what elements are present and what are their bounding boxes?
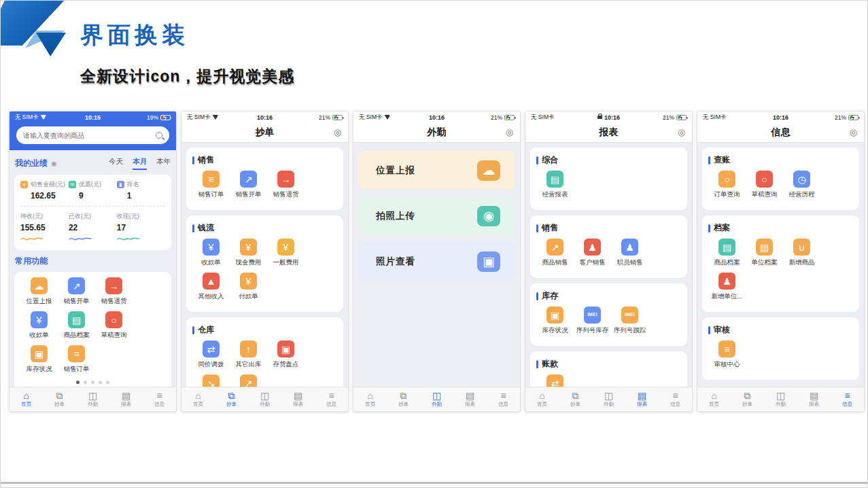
tab-item[interactable]: ◫ 外勤 bbox=[420, 387, 453, 411]
app-function-item[interactable]: ▤经营报表 bbox=[536, 171, 574, 199]
business-history-icon: ◷ bbox=[793, 171, 810, 188]
eye-icon[interactable]: ◉ bbox=[51, 160, 57, 167]
tab-item[interactable]: ≡ 信息 bbox=[659, 387, 692, 411]
app-function-item[interactable]: ↗销售开单 bbox=[230, 171, 267, 199]
sales-order-icon: ≡ bbox=[68, 345, 85, 362]
app-function-item[interactable]: ≡审核中心 bbox=[708, 341, 746, 369]
field-banner[interactable]: 拍照上传 ◉ bbox=[358, 196, 515, 235]
tab-item[interactable]: ≡ 信息 bbox=[831, 387, 864, 411]
orders-tab-icon: ⧉ bbox=[744, 391, 751, 401]
tab-item[interactable]: ⌂ 首页 bbox=[525, 387, 559, 411]
settings-gear-icon[interactable]: ◎ bbox=[678, 128, 685, 137]
app-function-item[interactable]: ▲其他收入 bbox=[192, 273, 230, 301]
app-function-item[interactable]: ¥付款单 bbox=[230, 273, 267, 301]
app-function-item[interactable]: ▣库存状况 bbox=[536, 307, 574, 335]
app-function-item[interactable]: ¥收款单 bbox=[192, 239, 230, 267]
tab-item[interactable]: ▤ 报表 bbox=[109, 387, 143, 411]
stat-item: 收现(元) 17 bbox=[117, 212, 165, 245]
app-function-item[interactable]: ≡ 销售订单 bbox=[58, 345, 95, 374]
app-function-item[interactable]: IMEI序列号跟踪 bbox=[611, 307, 648, 335]
app-function-item[interactable]: ↗ 销售开单 bbox=[58, 277, 95, 306]
clock-label: 10:16 bbox=[773, 114, 788, 121]
app-function-item[interactable]: ♟新增单位... bbox=[708, 273, 746, 301]
app-function-item[interactable]: ▤ 商品档案 bbox=[58, 311, 95, 340]
app-function-item[interactable]: ¥ 收款单 bbox=[20, 311, 58, 340]
slide-bottom-edge bbox=[1, 482, 867, 484]
app-function-item[interactable]: ○订单查询 bbox=[708, 171, 746, 199]
settings-gear-icon[interactable]: ◎ bbox=[850, 128, 857, 137]
app-function-item[interactable]: ≡销售订单 bbox=[192, 171, 230, 199]
clock-label: 10:15 bbox=[85, 114, 101, 121]
battery-percent-label: 21% bbox=[663, 114, 674, 121]
tab-item[interactable]: ◫ 外勤 bbox=[76, 387, 109, 411]
performance-tab[interactable]: 今天 bbox=[109, 157, 123, 170]
field-banner[interactable]: 照片查看 ▣ bbox=[358, 242, 515, 281]
tab-item[interactable]: ⧉ 抄单 bbox=[559, 387, 592, 411]
search-input[interactable] bbox=[23, 132, 139, 139]
tab-item[interactable]: ⧉ 抄单 bbox=[387, 387, 420, 411]
tab-item[interactable]: ◫ 外勤 bbox=[248, 387, 281, 411]
tab-item[interactable]: ▤ 报表 bbox=[281, 387, 315, 411]
app-function-item[interactable]: ∪新增商品 bbox=[783, 239, 820, 267]
app-function-item[interactable]: ▤单位档案 bbox=[746, 239, 783, 267]
tab-item[interactable]: ⌂ 首页 bbox=[181, 387, 215, 411]
field-banner[interactable]: 位置上报 ☁ bbox=[358, 151, 515, 190]
slide-subtitle: 全新设计icon，提升视觉美感 bbox=[80, 66, 294, 87]
app-function-item[interactable]: ○草稿查询 bbox=[746, 171, 783, 199]
app-function-item[interactable]: ↗商品销售 bbox=[536, 239, 574, 267]
performance-tab[interactable]: 本年 bbox=[156, 157, 171, 170]
performance-tabs: 今天本月本年 bbox=[109, 157, 171, 170]
tab-bar: ⌂ 首页 ⧉ 抄单 ◫ 外勤 ▤ 报表 bbox=[525, 387, 692, 411]
carrier-label: 无 SIM卡 bbox=[15, 114, 38, 122]
app-function-item[interactable]: IMEI序列号库存 bbox=[574, 307, 611, 335]
phone-screen-home: 无 SIM卡 10:15 19%ϟ 我的业绩 ◉ 今天本月本年 bbox=[9, 111, 177, 412]
app-function-item[interactable]: ☁ 位置上报 bbox=[20, 277, 58, 306]
draft-query-icon: ○ bbox=[105, 311, 122, 328]
app-function-item[interactable]: ♟职员销售 bbox=[611, 239, 648, 267]
tab-item[interactable]: ⌂ 首页 bbox=[10, 387, 43, 411]
app-function-item[interactable]: →销售退货 bbox=[267, 171, 305, 199]
sparkline-chart bbox=[117, 232, 140, 244]
field-tab-icon: ◫ bbox=[260, 391, 269, 401]
tab-item[interactable]: ⌂ 首页 bbox=[353, 387, 387, 411]
app-function-item[interactable]: ▣ 库存状况 bbox=[20, 345, 58, 374]
phone-screen-field: 无 SIM卡 10:16 21%ϟ 外勤 ◎ 位置上报 ☁ 拍照上传 bbox=[353, 111, 521, 412]
tab-item[interactable]: ≡ 信息 bbox=[143, 387, 176, 411]
sales-return-icon: → bbox=[277, 171, 294, 188]
tab-item[interactable]: ▤ 报表 bbox=[625, 387, 659, 411]
app-function-item[interactable]: ▤商品档案 bbox=[708, 239, 746, 267]
app-function-item[interactable]: ◷经营历程 bbox=[783, 171, 820, 199]
settings-gear-icon[interactable]: ◎ bbox=[334, 128, 341, 137]
app-function-item[interactable]: ⇄同价调拨 bbox=[192, 341, 230, 369]
app-function-item[interactable]: ↑其它出库 bbox=[230, 341, 267, 369]
orders-tab-icon: ⧉ bbox=[228, 391, 235, 401]
app-function-item[interactable]: ♟客户销售 bbox=[574, 239, 611, 267]
tab-item[interactable]: ≡ 信息 bbox=[315, 387, 348, 411]
app-function-item[interactable]: ○ 草稿查询 bbox=[95, 311, 133, 340]
app-function-item[interactable]: ¥一般费用 bbox=[267, 239, 305, 267]
battery-icon: ϟ bbox=[676, 115, 687, 120]
report-tab-icon: ▤ bbox=[638, 391, 646, 401]
app-function-item[interactable]: ¥现金费用 bbox=[230, 239, 267, 267]
app-function-item[interactable]: ▣存货盘点 bbox=[267, 341, 305, 369]
sales-return-icon: → bbox=[105, 277, 122, 294]
battery-percent-label: 21% bbox=[491, 114, 502, 121]
tab-item[interactable]: ⧉ 抄单 bbox=[43, 387, 76, 411]
search-bar[interactable] bbox=[16, 126, 169, 144]
settings-gear-icon[interactable]: ◎ bbox=[506, 128, 513, 137]
tab-item[interactable]: ⧉ 抄单 bbox=[215, 387, 248, 411]
home-tab-icon: ⌂ bbox=[711, 391, 716, 401]
performance-tab[interactable]: 本月 bbox=[133, 157, 147, 170]
field-tab-icon: ◫ bbox=[776, 391, 785, 401]
app-function-item[interactable]: → 销售退货 bbox=[95, 277, 133, 306]
info-tab-icon: ≡ bbox=[328, 391, 334, 401]
pagination-dots[interactable] bbox=[20, 379, 165, 385]
tab-item[interactable]: ▤ 报表 bbox=[797, 387, 831, 411]
tab-item[interactable]: ▤ 报表 bbox=[453, 387, 487, 411]
tab-item[interactable]: ◫ 外勤 bbox=[764, 387, 797, 411]
tab-item[interactable]: ⌂ 首页 bbox=[697, 387, 731, 411]
ranking-icon: ▮ bbox=[117, 181, 124, 188]
tab-item[interactable]: ≡ 信息 bbox=[487, 387, 520, 411]
tab-item[interactable]: ⧉ 抄单 bbox=[731, 387, 764, 411]
tab-item[interactable]: ◫ 外勤 bbox=[592, 387, 625, 411]
